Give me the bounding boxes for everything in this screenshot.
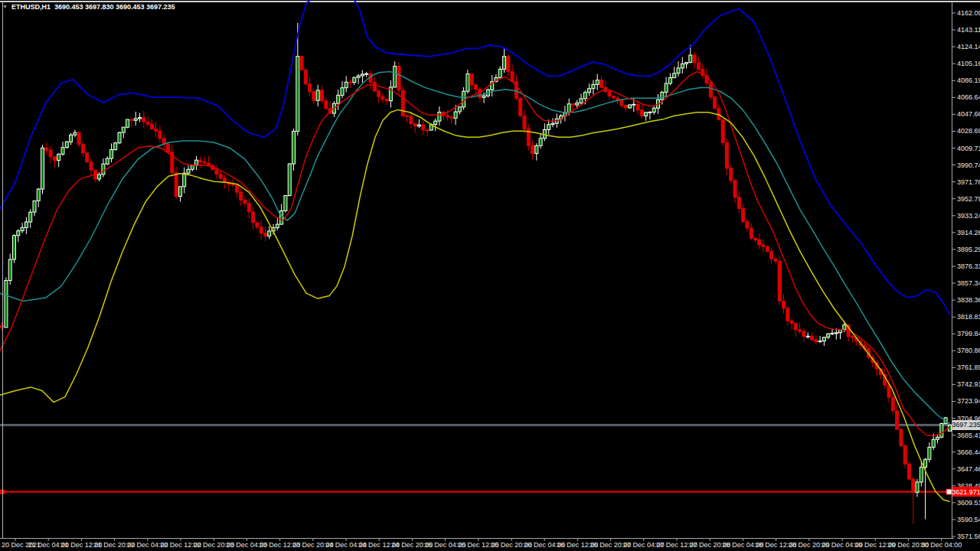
price-axis-label: 3895.290: [957, 246, 980, 253]
price-axis-label: 3780.865: [957, 347, 980, 354]
price-axis-label: 4105.165: [957, 60, 980, 67]
price-axis-label: 4086.190: [957, 77, 980, 84]
price-axis-label: 4143.115: [957, 26, 980, 34]
price-axis-label: 3609.515: [957, 499, 980, 507]
price-axis-label: 3723.940: [957, 397, 980, 405]
fast-ma-line: [0, 72, 949, 436]
slow-ma-line: [0, 72, 949, 424]
price-axis-label: 3818.815: [957, 313, 980, 321]
current-price-box: 3697.235: [952, 420, 980, 430]
price-axis-label: 3990.740: [957, 161, 980, 169]
time-axis-label: 30 Dec 04:00: [921, 541, 962, 549]
price-axis-label: 3876.315: [957, 262, 980, 270]
price-axis-label: 3647.465: [957, 465, 980, 473]
upper-band-line: [0, 0, 949, 315]
price-axis-label: 4124.140: [957, 43, 980, 51]
bid-price-line: [0, 424, 952, 426]
current-price-label: 3697.235: [952, 421, 980, 429]
price-axis-label: 3914.265: [957, 229, 980, 236]
symbol-period-label: ETHUSD,H1: [11, 3, 51, 11]
ohlc-values: 3690.453 3697.830 3690.453 3697.235: [54, 3, 175, 11]
price-axis-label: 4009.715: [957, 145, 980, 152]
price-axis-label: 3761.890: [957, 364, 980, 371]
price-axis-label: 3971.765: [957, 178, 980, 186]
alert-price-box: 3621.971: [952, 487, 980, 497]
lower-band-line: [0, 109, 949, 501]
price-axis-label: 3933.240: [957, 212, 980, 220]
price-axis-label: 3838.365: [957, 296, 980, 304]
price-axis-label: 3799.840: [957, 330, 980, 337]
price-axis-label: 4047.665: [957, 110, 980, 118]
alert-price-label: 3621.971: [952, 488, 980, 496]
line-anchor-marker[interactable]: [946, 489, 952, 494]
price-axis-label: 3952.790: [957, 195, 980, 203]
chart-canvas[interactable]: [0, 0, 980, 551]
price-axis-label: 4162.090: [957, 9, 980, 17]
price-axis-label: 3857.340: [957, 279, 980, 287]
symbol-dropdown-icon[interactable]: ▼: [2, 4, 8, 10]
price-axis-label: 4066.640: [957, 93, 980, 101]
stop-line[interactable]: [0, 491, 952, 493]
price-axis-label: 3590.540: [957, 516, 980, 523]
price-axis-label: 3685.415: [957, 432, 980, 439]
price-axis-label: 3742.915: [957, 380, 980, 388]
mt4-chart-window: ▼ ETHUSD,H1 3690.453 3697.830 3690.453 3…: [0, 0, 980, 551]
price-axis-label: 4028.690: [957, 127, 980, 135]
candles: [1, 23, 952, 524]
price-axis-label: 3571.565: [957, 533, 980, 540]
price-axis-label: 3666.440: [957, 448, 980, 456]
chart-title: ▼ ETHUSD,H1 3690.453 3697.830 3690.453 3…: [2, 3, 175, 11]
